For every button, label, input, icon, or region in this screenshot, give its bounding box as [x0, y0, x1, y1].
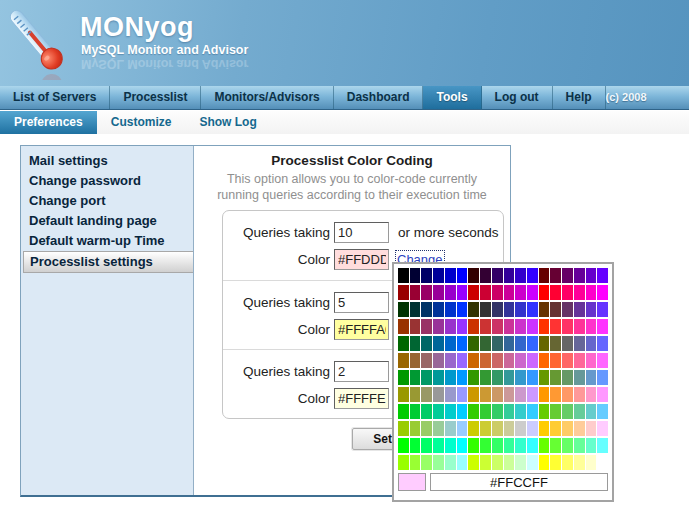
palette-swatch[interactable] — [515, 285, 526, 300]
palette-swatch[interactable] — [445, 319, 456, 334]
palette-swatch[interactable] — [515, 319, 526, 334]
palette-swatch[interactable] — [504, 268, 515, 283]
color-value-input[interactable] — [334, 388, 389, 409]
palette-swatch[interactable] — [445, 336, 456, 351]
palette-swatch[interactable] — [574, 353, 585, 368]
palette-swatch[interactable] — [527, 387, 538, 402]
palette-swatch[interactable] — [492, 438, 503, 453]
nav-item-monitors-advisors[interactable]: Monitors/Advisors — [201, 86, 333, 109]
nav-item-dashboard[interactable]: Dashboard — [334, 86, 424, 109]
palette-swatch[interactable] — [492, 285, 503, 300]
palette-swatch[interactable] — [586, 268, 597, 283]
palette-swatch[interactable] — [562, 285, 573, 300]
subnav-item-show-log[interactable]: Show Log — [185, 111, 270, 134]
palette-swatch[interactable] — [492, 336, 503, 351]
palette-swatch[interactable] — [410, 285, 421, 300]
palette-swatch[interactable] — [539, 319, 550, 334]
palette-swatch[interactable] — [492, 370, 503, 385]
palette-swatch[interactable] — [504, 336, 515, 351]
palette-swatch[interactable] — [457, 285, 468, 300]
palette-swatch[interactable] — [410, 387, 421, 402]
palette-swatch[interactable] — [597, 455, 608, 470]
palette-swatch[interactable] — [597, 421, 608, 436]
palette-swatch[interactable] — [492, 387, 503, 402]
palette-swatch[interactable] — [504, 421, 515, 436]
palette-swatch[interactable] — [562, 421, 573, 436]
palette-swatch[interactable] — [597, 438, 608, 453]
palette-swatch[interactable] — [480, 268, 491, 283]
palette-swatch[interactable] — [550, 336, 561, 351]
palette-swatch[interactable] — [527, 455, 538, 470]
palette-swatch[interactable] — [457, 336, 468, 351]
palette-swatch[interactable] — [421, 421, 432, 436]
palette-swatch[interactable] — [527, 438, 538, 453]
palette-swatch[interactable] — [574, 319, 585, 334]
palette-swatch[interactable] — [457, 353, 468, 368]
palette-swatch[interactable] — [586, 455, 597, 470]
palette-swatch[interactable] — [492, 268, 503, 283]
palette-swatch[interactable] — [445, 387, 456, 402]
palette-swatch[interactable] — [574, 370, 585, 385]
palette-swatch[interactable] — [597, 404, 608, 419]
palette-swatch[interactable] — [539, 387, 550, 402]
palette-swatch[interactable] — [433, 370, 444, 385]
palette-swatch[interactable] — [515, 302, 526, 317]
palette-swatch[interactable] — [480, 421, 491, 436]
palette-swatch[interactable] — [421, 302, 432, 317]
palette-swatch[interactable] — [398, 455, 409, 470]
palette-swatch[interactable] — [586, 421, 597, 436]
selected-color-hex-input[interactable] — [430, 473, 608, 491]
palette-swatch[interactable] — [562, 370, 573, 385]
palette-swatch[interactable] — [504, 370, 515, 385]
palette-swatch[interactable] — [586, 285, 597, 300]
palette-swatch[interactable] — [586, 387, 597, 402]
palette-swatch[interactable] — [539, 370, 550, 385]
palette-swatch[interactable] — [398, 387, 409, 402]
palette-swatch[interactable] — [492, 404, 503, 419]
palette-swatch[interactable] — [586, 370, 597, 385]
palette-swatch[interactable] — [597, 285, 608, 300]
palette-swatch[interactable] — [421, 370, 432, 385]
palette-swatch[interactable] — [410, 353, 421, 368]
palette-swatch[interactable] — [433, 353, 444, 368]
palette-swatch[interactable] — [562, 404, 573, 419]
palette-swatch[interactable] — [433, 319, 444, 334]
palette-swatch[interactable] — [504, 438, 515, 453]
palette-swatch[interactable] — [574, 404, 585, 419]
sidebar-item-mail-settings[interactable]: Mail settings — [21, 151, 193, 171]
palette-swatch[interactable] — [480, 353, 491, 368]
palette-swatch[interactable] — [562, 302, 573, 317]
palette-swatch[interactable] — [433, 302, 444, 317]
palette-swatch[interactable] — [468, 370, 479, 385]
nav-item-help[interactable]: Help — [553, 86, 606, 109]
palette-swatch[interactable] — [574, 268, 585, 283]
palette-swatch[interactable] — [504, 387, 515, 402]
palette-swatch[interactable] — [550, 319, 561, 334]
palette-swatch[interactable] — [398, 421, 409, 436]
palette-swatch[interactable] — [515, 336, 526, 351]
palette-swatch[interactable] — [410, 438, 421, 453]
palette-swatch[interactable] — [433, 455, 444, 470]
palette-swatch[interactable] — [562, 336, 573, 351]
palette-swatch[interactable] — [586, 438, 597, 453]
palette-swatch[interactable] — [550, 387, 561, 402]
palette-swatch[interactable] — [410, 455, 421, 470]
sidebar-item-default-landing-page[interactable]: Default landing page — [21, 211, 193, 231]
palette-swatch[interactable] — [480, 404, 491, 419]
palette-swatch[interactable] — [527, 302, 538, 317]
palette-swatch[interactable] — [410, 319, 421, 334]
palette-swatch[interactable] — [597, 302, 608, 317]
palette-swatch[interactable] — [504, 319, 515, 334]
palette-swatch[interactable] — [398, 285, 409, 300]
palette-swatch[interactable] — [445, 421, 456, 436]
palette-swatch[interactable] — [457, 302, 468, 317]
palette-swatch[interactable] — [504, 285, 515, 300]
palette-swatch[interactable] — [574, 302, 585, 317]
palette-swatch[interactable] — [562, 438, 573, 453]
palette-swatch[interactable] — [398, 404, 409, 419]
palette-swatch[interactable] — [539, 438, 550, 453]
palette-swatch[interactable] — [597, 387, 608, 402]
color-value-input[interactable] — [334, 249, 389, 270]
palette-swatch[interactable] — [574, 438, 585, 453]
palette-swatch[interactable] — [527, 421, 538, 436]
